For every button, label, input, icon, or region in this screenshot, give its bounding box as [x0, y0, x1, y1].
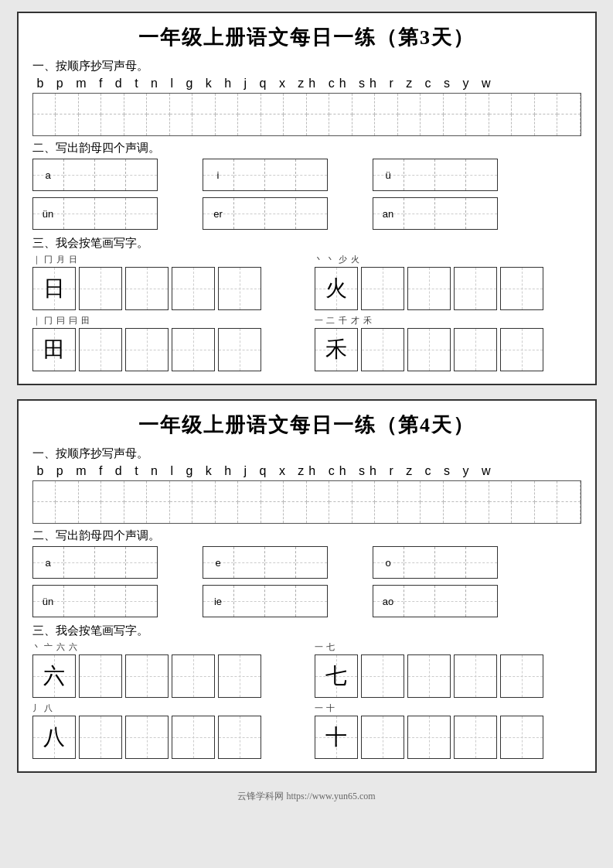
tone-group-an: an	[373, 197, 498, 230]
practice-liu-4[interactable]	[218, 654, 261, 698]
tone-group-e-d4: e	[203, 546, 328, 579]
tc-an: an	[373, 198, 404, 229]
char-box-he: 禾	[315, 328, 358, 371]
practice-shi-3[interactable]	[454, 716, 497, 759]
tc-ao3-d4	[435, 586, 466, 617]
char-box-shi: 十	[315, 716, 358, 759]
title-day3: 一年级上册语文每日一练（第3天）	[32, 24, 581, 51]
char-group-liu: 丶 亠 六 六 六	[32, 641, 299, 698]
practice-ba-3[interactable]	[172, 716, 215, 759]
practice-ri-3[interactable]	[172, 267, 215, 310]
pinyin-writing-grid-day3	[32, 93, 581, 136]
practice-qi-2[interactable]	[407, 654, 451, 698]
char-group-huo: 丶 丶 少 火 火	[315, 254, 581, 310]
char-box-huo: 火	[315, 267, 358, 310]
tc-er4	[296, 198, 327, 229]
tone-row2-day4: ün ie ao	[32, 585, 581, 617]
tc-ie4-d4	[296, 586, 327, 617]
pinyin-row-day3: b p m f d t n l g k h j q x zh ch sh r z…	[32, 77, 581, 91]
practice-liu-1[interactable]	[79, 654, 122, 698]
practice-he-2[interactable]	[407, 328, 451, 371]
practice-shi-1[interactable]	[361, 716, 404, 759]
practice-shi-2[interactable]	[407, 716, 451, 759]
tc-ao-d4: ao	[373, 586, 404, 617]
char-group-qi: 一 七 七	[315, 641, 581, 698]
tc-a3-d4	[95, 547, 126, 578]
tc-u4	[466, 159, 497, 190]
stroke-hint-tian: ｜ 冂 冃 冃 田	[32, 315, 299, 326]
tc-an2	[404, 198, 435, 229]
tc-u3	[435, 159, 466, 190]
tc-a: a	[33, 159, 64, 190]
char-box-liu: 六	[32, 654, 76, 698]
practice-huo-1[interactable]	[361, 267, 404, 310]
pinyin-writing-grid-day4	[32, 480, 581, 524]
char-row2-day3: ｜ 冂 冃 冃 田 田 一 二 千 才 禾 禾	[32, 315, 581, 371]
practice-tian-4[interactable]	[218, 328, 261, 371]
practice-liu-2[interactable]	[125, 654, 169, 698]
char-box-ba: 八	[32, 716, 76, 759]
tc-un3	[95, 198, 126, 229]
practice-ba-2[interactable]	[125, 716, 169, 759]
char-row1-day3: ｜ 冂 月 日 日 丶 丶 少 火 火	[32, 254, 581, 310]
tc-e-d4: e	[203, 547, 234, 578]
practice-he-4[interactable]	[500, 328, 543, 371]
tc-er2	[234, 198, 265, 229]
section1-label-day4: 一、按顺序抄写声母。	[32, 446, 581, 461]
section1-label-day3: 一、按顺序抄写声母。	[32, 59, 581, 73]
practice-liu-3[interactable]	[172, 654, 215, 698]
tc-o3-d4	[435, 547, 466, 578]
tc-u: ü	[373, 159, 404, 190]
practice-ri-1[interactable]	[79, 267, 122, 310]
char-row1-day4: 丶 亠 六 六 六 一 七 七	[32, 641, 581, 698]
practice-shi-4[interactable]	[500, 716, 543, 759]
practice-ba-4[interactable]	[218, 716, 261, 759]
tc-un-d4: ün	[33, 586, 64, 617]
tc-a2	[64, 159, 95, 190]
tone-row1-day4: a e o	[32, 546, 581, 579]
tc-ao4-d4	[466, 586, 497, 617]
practice-he-1[interactable]	[361, 328, 404, 371]
tc-ie3-d4	[265, 586, 296, 617]
title-day4: 一年级上册语文每日一练（第4天）	[32, 412, 581, 439]
practice-huo-3[interactable]	[454, 267, 497, 310]
tc-i2	[234, 159, 265, 190]
char-group-ri: ｜ 冂 月 日 日	[32, 254, 299, 310]
wg-row1	[33, 93, 581, 114]
tc-an4	[466, 198, 497, 229]
practice-huo-2[interactable]	[407, 267, 451, 310]
tc-ie-d4: ie	[203, 586, 234, 617]
practice-ri-4[interactable]	[218, 267, 261, 310]
tc-a4	[126, 159, 157, 190]
worksheet-3: 一年级上册语文每日一练（第3天） 一、按顺序抄写声母。 b p m f d t …	[17, 12, 597, 385]
practice-ri-2[interactable]	[125, 267, 169, 310]
practice-qi-1[interactable]	[361, 654, 404, 698]
section3-label-day3: 三、我会按笔画写字。	[32, 236, 581, 251]
practice-qi-3[interactable]	[454, 654, 497, 698]
tone-group-i: i	[203, 159, 328, 191]
practice-qi-4[interactable]	[500, 654, 543, 698]
char-group-tian: ｜ 冂 冃 冃 田 田	[32, 315, 299, 371]
tc-i4	[296, 159, 327, 190]
tc-o4-d4	[466, 547, 497, 578]
practice-huo-4[interactable]	[500, 267, 543, 310]
tone-group-er: er	[203, 197, 328, 230]
worksheet-4: 一年级上册语文每日一练（第4天） 一、按顺序抄写声母。 b p m f d t …	[17, 399, 597, 773]
practice-tian-1[interactable]	[79, 328, 122, 371]
practice-ba-1[interactable]	[79, 716, 122, 759]
practice-tian-2[interactable]	[125, 328, 169, 371]
tone-group-a: a	[32, 159, 158, 191]
tc-i3	[265, 159, 296, 190]
char-group-ba: 丿 八 八	[32, 702, 299, 759]
practice-tian-3[interactable]	[172, 328, 215, 371]
tc-un3-d4	[95, 586, 126, 617]
tc-e4-d4	[296, 547, 327, 578]
char-group-he: 一 二 千 才 禾 禾	[315, 315, 581, 371]
char-box-ri: 日	[32, 267, 76, 310]
tc-er3	[265, 198, 296, 229]
pinyin-row-day4: b p m f d t n l g k h j q x zh ch sh r z…	[32, 464, 581, 478]
practice-he-3[interactable]	[454, 328, 497, 371]
stroke-hint-ri: ｜ 冂 月 日	[32, 254, 299, 265]
stroke-hint-shi: 一 十	[315, 702, 581, 714]
char-box-tian: 田	[32, 328, 76, 371]
